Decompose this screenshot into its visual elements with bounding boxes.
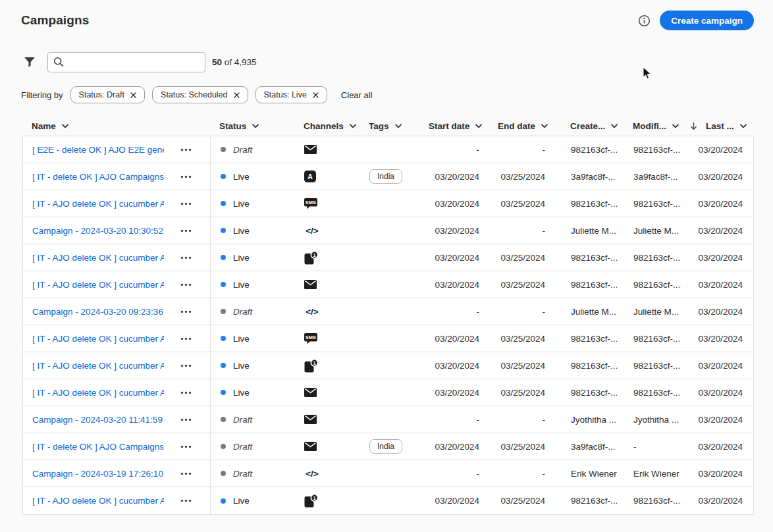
close-x-icon[interactable]	[234, 92, 240, 98]
created-by-cell: Jyothitha ...	[554, 406, 626, 433]
campaign-name-link[interactable]: Campaign - 2024-03-20 09:23:36 U	[32, 307, 164, 317]
campaign-name-link[interactable]: [ IT - AJO delete OK ] cucumber AJ	[32, 496, 164, 506]
campaign-name-link[interactable]: [ IT - AJO delete OK ] cucumber AJ	[32, 361, 164, 371]
campaign-name-link[interactable]: [ IT - AJO delete OK ] cucumber AJ	[32, 334, 164, 344]
tags-cell	[360, 190, 422, 217]
funnel-icon[interactable]	[21, 54, 38, 70]
channels-cell: A	[294, 163, 360, 190]
column-header-created[interactable]: Create...	[553, 117, 626, 136]
column-header-modified[interactable]: Modifi...	[626, 117, 687, 136]
more-actions-ellipsis-icon[interactable]	[178, 416, 194, 423]
start-date-cell: 03/20/2024	[422, 244, 486, 271]
more-actions-ellipsis-icon[interactable]	[178, 173, 194, 180]
chevron-down-icon	[672, 124, 679, 128]
column-header-start[interactable]: Start date	[421, 117, 485, 136]
campaign-name-link[interactable]: [ IT - AJO delete OK ] cucumber AJ	[32, 199, 164, 209]
info-circle-icon[interactable]	[637, 13, 652, 28]
code-web-channel-icon: </>	[304, 307, 320, 317]
campaigns-table: NameStatusChannelsTagsStart dateEnd date…	[22, 117, 754, 515]
status-label: Live	[233, 280, 250, 290]
modified-by-cell: Juliette M...	[626, 298, 687, 325]
table-row: [ E2E - delete OK ] AJO E2E generat Draf…	[23, 136, 753, 163]
filter-chip[interactable]: Status: Draft	[70, 86, 145, 103]
campaign-name-link[interactable]: [ IT - AJO delete OK ] cucumber AJ	[32, 253, 164, 263]
column-header-name[interactable]: Name	[22, 117, 209, 136]
close-x-icon[interactable]	[130, 92, 136, 98]
status-cell: Live	[210, 244, 294, 271]
tags-cell	[360, 460, 422, 487]
create-campaign-button[interactable]: Create campaign	[660, 11, 754, 30]
status-label: Draft	[233, 415, 252, 425]
search-input[interactable]	[47, 52, 205, 72]
column-header-tags[interactable]: Tags	[359, 117, 421, 136]
sort-descending-arrow-icon	[690, 122, 697, 130]
more-actions-ellipsis-icon[interactable]	[178, 308, 194, 315]
more-actions-ellipsis-icon[interactable]	[178, 281, 194, 288]
topbar: Campaigns Create campaign	[0, 0, 773, 30]
column-header-status[interactable]: Status	[209, 117, 293, 136]
more-actions-ellipsis-icon[interactable]	[178, 443, 194, 450]
table-body: [ E2E - delete OK ] AJO E2E generat Draf…	[22, 136, 754, 515]
email-envelope-channel-icon	[304, 388, 317, 397]
column-header-end[interactable]: End date	[485, 117, 553, 136]
campaign-name-link[interactable]: [ IT - delete OK ] AJO Campaigns Te	[32, 172, 164, 182]
more-actions-ellipsis-icon[interactable]	[178, 335, 194, 342]
more-actions-ellipsis-icon[interactable]	[178, 389, 194, 396]
last-modified-cell: 03/20/2024	[687, 433, 755, 460]
tags-cell	[360, 487, 422, 514]
created-by-cell: 3a9fac8f-...	[554, 163, 626, 190]
more-actions-ellipsis-icon[interactable]	[178, 362, 194, 369]
tags-cell	[360, 298, 422, 325]
close-x-icon[interactable]	[313, 92, 319, 98]
column-header-channels[interactable]: Channels	[293, 117, 359, 136]
status-dot	[221, 255, 226, 260]
status-cell: Live	[210, 379, 294, 406]
svg-text:</>: </>	[306, 469, 319, 479]
clear-all-button[interactable]: Clear all	[341, 90, 373, 100]
status-cell: Draft	[210, 298, 294, 325]
chevron-down-icon	[541, 124, 548, 128]
column-header-last[interactable]: Last ...	[687, 117, 754, 136]
more-actions-ellipsis-icon[interactable]	[178, 146, 194, 153]
push-notification-channel-icon: 1	[304, 251, 319, 265]
modified-by-cell: Juliette M...	[626, 217, 687, 244]
filter-chip[interactable]: Status: Scheduled	[152, 86, 248, 103]
campaign-name-link[interactable]: Campaign - 2024-03-19 17:26:10 UT	[32, 469, 164, 479]
campaign-name-link[interactable]: Campaign - 2024-03-20 11:41:59 UT	[32, 415, 164, 425]
email-envelope-channel-icon	[304, 280, 317, 289]
more-actions-ellipsis-icon[interactable]	[178, 497, 194, 504]
more-actions-ellipsis-icon[interactable]	[178, 254, 194, 261]
start-date-cell: -	[422, 406, 486, 433]
end-date-cell: -	[486, 298, 554, 325]
status-dot	[221, 417, 226, 422]
campaign-name-link[interactable]: Campaign - 2024-03-20 10:30:52 UT	[32, 226, 164, 236]
end-date-cell: -	[486, 136, 554, 163]
sms-channel-icon: SMS	[304, 333, 317, 344]
chevron-down-icon	[475, 124, 482, 128]
more-actions-ellipsis-icon[interactable]	[178, 227, 194, 234]
email-envelope-channel-icon	[304, 442, 317, 451]
last-modified-cell: 03/20/2024	[687, 298, 755, 325]
campaign-name-link[interactable]: [ E2E - delete OK ] AJO E2E generat	[32, 145, 164, 155]
status-label: Draft	[233, 442, 252, 452]
campaign-name-link[interactable]: [ IT - AJO delete OK ] cucumber AJ	[32, 388, 164, 398]
svg-text:1: 1	[313, 359, 315, 365]
campaign-name-link[interactable]: [ IT - delete OK ] AJO Campaigns Te	[32, 442, 164, 452]
campaign-name-link[interactable]: [ IT - AJO delete OK ] cucumber AJ	[32, 280, 164, 290]
channels-cell	[294, 433, 360, 460]
start-date-cell: 03/20/2024	[422, 217, 486, 244]
channels-cell: </>	[294, 460, 360, 487]
last-modified-cell: 03/20/2024	[687, 460, 755, 487]
last-modified-cell: 03/20/2024	[687, 271, 755, 298]
filter-chip[interactable]: Status: Live	[255, 86, 327, 103]
search-icon	[53, 57, 64, 70]
status-dot	[221, 309, 226, 314]
more-actions-ellipsis-icon[interactable]	[178, 470, 194, 477]
svg-text:</>: </>	[306, 307, 319, 317]
modified-by-cell: -	[626, 433, 687, 460]
tags-cell	[360, 406, 422, 433]
end-date-cell: -	[486, 406, 554, 433]
channels-cell: 1	[294, 487, 360, 514]
tags-cell	[360, 217, 422, 244]
more-actions-ellipsis-icon[interactable]	[178, 200, 194, 207]
